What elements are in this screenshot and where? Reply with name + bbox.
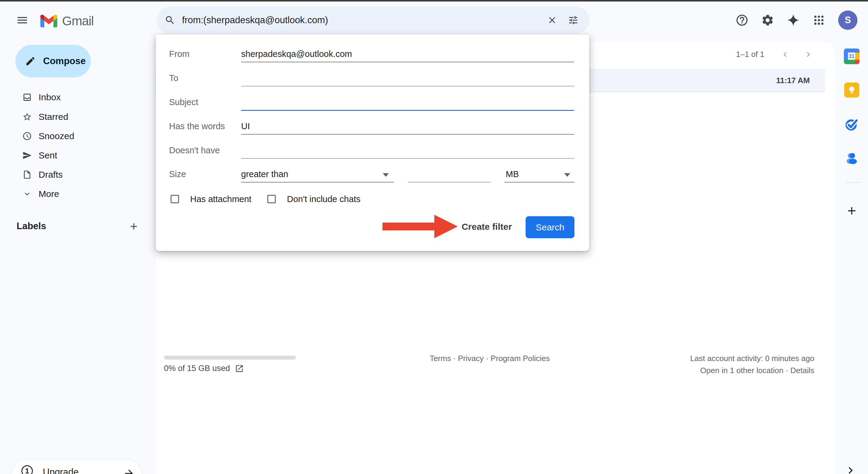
inbox-icon: [17, 93, 38, 102]
from-field[interactable]: sherpadeskqa@outlook.com: [241, 49, 352, 59]
search-icon[interactable]: [164, 15, 176, 26]
sidebar-item-label: Sent: [38, 150, 57, 161]
annotation-arrow-shaft: [382, 223, 434, 230]
plus-icon: [845, 204, 858, 217]
sidebar-item-drafts[interactable]: Drafts: [0, 165, 145, 184]
draft-file-icon: [17, 170, 38, 179]
google-one-icon: 1: [22, 465, 33, 474]
gear-icon: [761, 13, 774, 27]
advanced-search-panel: From sherpadeskqa@outlook.com To Subject…: [156, 35, 589, 251]
account-avatar[interactable]: S: [838, 10, 858, 30]
upgrade-label: Upgrade: [43, 467, 79, 474]
sidebar-item-inbox[interactable]: Inbox: [0, 88, 145, 107]
chevron-left-icon: [780, 50, 790, 59]
upgrade-arrow-icon: [122, 467, 135, 474]
sidebar-item-more[interactable]: More: [0, 184, 145, 204]
upgrade-button[interactable]: 1 Upgrade: [12, 460, 142, 474]
calendar-day-number: 31: [849, 53, 855, 59]
sidebar-item-sent[interactable]: Sent: [0, 146, 145, 165]
dont-include-chats-label: Don't include chats: [287, 194, 361, 204]
clear-search-button[interactable]: [544, 12, 561, 29]
hamburger-icon: [16, 14, 29, 27]
last-account-activity: Last account activity: 0 minutes ago: [690, 354, 814, 363]
doesnt-have-underline: [241, 158, 574, 159]
sidebar-item-starred[interactable]: Starred: [0, 107, 145, 127]
has-words-label: Has the words: [169, 121, 225, 131]
search-submit-button[interactable]: Search: [526, 216, 575, 238]
settings-button[interactable]: [760, 12, 775, 28]
to-underline: [241, 86, 574, 87]
google-tasks-icon: [844, 117, 859, 132]
subject-underline: [241, 110, 574, 111]
close-icon: [547, 15, 557, 25]
google-keep-icon: [844, 82, 859, 98]
size-label: Size: [169, 169, 186, 179]
storage-usage: 0% of 15 GB used: [164, 364, 244, 373]
sidebar-item-label: Starred: [38, 112, 68, 122]
app-title: Gmail: [62, 14, 94, 28]
size-operator-select[interactable]: greater than: [241, 169, 288, 179]
avatar-letter: S: [845, 15, 851, 26]
keep-side-button[interactable]: [844, 82, 859, 98]
sidebar-item-label: Drafts: [38, 170, 63, 180]
create-label-button[interactable]: [127, 219, 141, 234]
search-options-button[interactable]: [565, 12, 582, 29]
show-side-panel-button[interactable]: [843, 463, 858, 474]
chevron-right-icon: [844, 464, 857, 474]
compose-button[interactable]: Compose: [16, 45, 91, 77]
sidebar-item-snoozed[interactable]: Snoozed: [0, 127, 145, 146]
plus-icon: [128, 221, 139, 232]
storage-usage-label: 0% of 15 GB used: [164, 364, 230, 373]
size-value-underline: [408, 182, 491, 182]
has-words-field[interactable]: UI: [241, 121, 250, 131]
gemini-star-icon: [786, 13, 800, 27]
clock-icon: [17, 131, 38, 141]
calendar-side-button[interactable]: 31: [844, 48, 860, 64]
has-attachment-label: Has attachment: [190, 194, 251, 204]
from-label: From: [169, 49, 190, 59]
size-unit-underline: [504, 182, 575, 182]
gmail-m-icon: [40, 15, 57, 27]
pagination-count: 1–1 of 1: [736, 50, 764, 59]
legal-links[interactable]: Terms · Privacy · Program Policies: [404, 354, 576, 363]
has-attachment-checkbox[interactable]: [170, 195, 179, 203]
one-digit: 1: [25, 467, 29, 474]
newer-page-button[interactable]: [777, 47, 793, 62]
contacts-side-button[interactable]: [844, 151, 859, 165]
main-menu-button[interactable]: [14, 12, 30, 28]
pencil-icon: [25, 56, 36, 67]
google-contacts-icon: [844, 151, 859, 165]
get-addons-button[interactable]: [844, 204, 859, 218]
compose-label: Compose: [43, 56, 86, 67]
annotation-arrow-icon: [434, 215, 458, 238]
send-icon: [17, 150, 38, 160]
google-apps-button[interactable]: [811, 12, 827, 28]
older-page-button[interactable]: [801, 47, 816, 62]
storage-meter: [164, 356, 296, 360]
open-in-new-icon[interactable]: [235, 364, 244, 373]
gemini-button[interactable]: [785, 12, 801, 28]
search-bar[interactable]: from:(sherpadeskqa@outlook.com): [157, 7, 590, 34]
has-words-underline: [241, 134, 574, 135]
gmail-logo[interactable]: Gmail: [40, 14, 94, 28]
support-button[interactable]: [734, 12, 750, 28]
sidebar-item-label: More: [38, 189, 59, 199]
activity-details-link[interactable]: Open in 1 other location · Details: [700, 366, 814, 375]
dont-include-chats-checkbox[interactable]: [267, 195, 276, 203]
side-rail-divider: [846, 182, 861, 183]
search-input[interactable]: from:(sherpadeskqa@outlook.com): [182, 15, 544, 26]
from-underline: [241, 62, 574, 62]
create-filter-button[interactable]: Create filter: [457, 222, 516, 232]
size-unit-dropdown-icon[interactable]: [564, 173, 570, 177]
tasks-side-button[interactable]: [844, 117, 859, 132]
size-unit-select[interactable]: MB: [506, 169, 519, 179]
to-label: To: [169, 73, 179, 83]
sidebar-item-label: Snoozed: [38, 131, 74, 141]
google-calendar-icon: 31: [844, 48, 860, 64]
sidebar-item-label: Inbox: [38, 92, 61, 102]
labels-header: Labels: [17, 221, 46, 232]
apps-grid-icon: [813, 14, 825, 26]
doesnt-have-label: Doesn't have: [169, 145, 220, 156]
chevron-right-icon: [804, 50, 813, 59]
size-operator-dropdown-icon[interactable]: [383, 173, 389, 177]
